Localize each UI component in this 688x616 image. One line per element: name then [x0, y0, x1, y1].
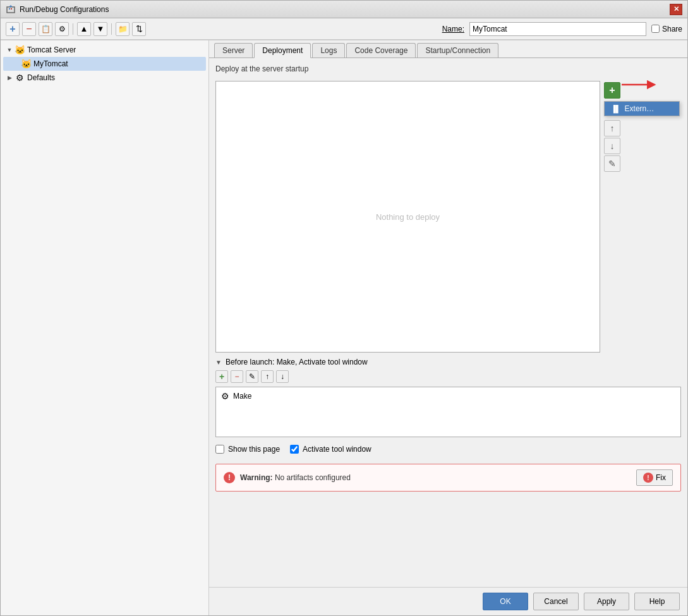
name-row: Name: Share: [442, 22, 682, 36]
warning-text: Warning: No artifacts configured: [240, 473, 631, 482]
before-launch-list: ⚙ Make: [215, 387, 681, 437]
run-debug-dialog: Run/Debug Configurations ✕ + − 📋 ⚙ ▲ ▼ 📁…: [0, 0, 688, 616]
deploy-empty-text: Nothing to deploy: [376, 212, 440, 222]
share-area: Share: [651, 25, 682, 33]
make-icon: ⚙: [221, 391, 229, 401]
deploy-list: Nothing to deploy: [215, 81, 600, 353]
dropdown-item-external[interactable]: ▐▌ Extern…: [605, 102, 679, 116]
tree-arrow-tomcat: ▼: [6, 46, 13, 54]
tree-label-tomcat-group: Tomcat Server: [27, 45, 76, 54]
left-panel: ▼ 🐱 Tomcat Server 🐱 MyTomcat ▶ ⚙ Default…: [1, 40, 209, 615]
main-toolbar: + − 📋 ⚙ ▲ ▼ 📁 ⇅ Name: Share: [1, 18, 687, 40]
external-label: Extern…: [625, 104, 655, 113]
tree-label-mytomcat: MyTomcat: [33, 59, 68, 68]
bl-add-button[interactable]: +: [215, 370, 228, 383]
bl-remove-button[interactable]: −: [231, 370, 243, 383]
right-panel: Server Deployment Logs Code Coverage Sta…: [209, 40, 687, 615]
svg-rect-0: [7, 7, 15, 13]
options-row: Show this page Activate tool window: [215, 442, 681, 456]
name-label: Name:: [442, 25, 464, 33]
toolbar-separator-1: [73, 23, 73, 35]
external-icon: ▐▌: [611, 105, 621, 112]
deploy-label: Deploy at the server startup: [215, 64, 681, 73]
move-down-button[interactable]: ▼: [94, 22, 107, 36]
tree-container: ▼ 🐱 Tomcat Server 🐱 MyTomcat ▶ ⚙ Default…: [1, 40, 208, 615]
tree-item-tomcat-group[interactable]: ▼ 🐱 Tomcat Server: [3, 43, 206, 57]
sort-button[interactable]: ⇅: [132, 22, 146, 36]
name-input[interactable]: [469, 22, 646, 36]
move-up-button[interactable]: ▲: [77, 22, 91, 36]
tree-label-defaults: Defaults: [27, 73, 55, 82]
deploy-edit-button[interactable]: ✎: [604, 155, 620, 172]
activate-window-checkbox[interactable]: [290, 445, 299, 454]
svg-marker-1: [9, 5, 13, 7]
deploy-add-button[interactable]: +: [604, 82, 620, 99]
activate-window-group: Activate tool window: [290, 445, 371, 454]
warning-message: No artifacts configured: [275, 473, 351, 482]
defaults-icon: ⚙: [15, 73, 25, 83]
bl-down-button[interactable]: ↓: [276, 370, 289, 383]
collapse-arrow[interactable]: ▼: [215, 359, 222, 366]
tab-server[interactable]: Server: [214, 43, 253, 57]
deploy-toolbar: + ▐▌ Extern… ↑ ↓ ✎: [603, 81, 681, 353]
tree-item-mytomcat[interactable]: 🐱 MyTomcat: [3, 57, 206, 71]
make-label: Make: [233, 392, 251, 401]
deploy-down-button[interactable]: ↓: [604, 138, 620, 154]
svg-rect-2: [9, 8, 10, 9]
fix-button[interactable]: ! Fix: [636, 469, 673, 486]
add-config-button[interactable]: +: [6, 22, 20, 36]
bl-up-button[interactable]: ↑: [261, 370, 274, 383]
close-button[interactable]: ✕: [670, 4, 682, 15]
tab-deployment[interactable]: Deployment: [254, 43, 311, 58]
help-button[interactable]: Help: [634, 593, 680, 610]
header-section: + − 📋 ⚙ ▲ ▼ 📁 ⇅ Name: Share: [1, 18, 687, 40]
deploy-up-button[interactable]: ↑: [604, 120, 620, 136]
warning-bar: ! Warning: No artifacts configured ! Fix: [215, 464, 681, 492]
before-launch-header: ▼ Before launch: Make, Activate tool win…: [215, 358, 681, 366]
toolbar-separator-2: [111, 23, 112, 35]
activate-window-label: Activate tool window: [303, 445, 371, 454]
before-launch-toolbar: + − ✎ ↑ ↓: [215, 369, 681, 384]
show-page-checkbox[interactable]: [215, 445, 224, 454]
cancel-button[interactable]: Cancel: [533, 593, 579, 610]
footer-buttons: OK Cancel Apply Help: [209, 587, 687, 615]
warning-icon: !: [224, 472, 235, 483]
dialog-title: Run/Debug Configurations: [20, 5, 670, 14]
title-bar: Run/Debug Configurations ✕: [1, 1, 687, 18]
arrow-indicator: [622, 78, 660, 91]
tree-item-defaults[interactable]: ▶ ⚙ Defaults: [3, 71, 206, 85]
show-page-label: Show this page: [228, 445, 280, 454]
tomcat-group-icon: 🐱: [15, 45, 25, 55]
tabs-bar: Server Deployment Logs Code Coverage Sta…: [209, 40, 687, 58]
fix-label: Fix: [656, 473, 666, 482]
main-content: ▼ 🐱 Tomcat Server 🐱 MyTomcat ▶ ⚙ Default…: [1, 40, 687, 615]
folder-button[interactable]: 📁: [116, 22, 130, 36]
share-label: Share: [662, 25, 682, 33]
ok-button[interactable]: OK: [483, 593, 528, 610]
deploy-dropdown: ▐▌ Extern…: [604, 101, 680, 116]
before-launch-label: Before launch: Make, Activate tool windo…: [226, 358, 368, 366]
bl-item-make: ⚙ Make: [219, 390, 678, 402]
mytomcat-icon: 🐱: [21, 59, 31, 69]
fix-icon: !: [643, 473, 653, 483]
apply-button[interactable]: Apply: [584, 593, 629, 610]
dialog-icon: [6, 4, 16, 15]
settings-config-button[interactable]: ⚙: [55, 22, 69, 36]
copy-config-button[interactable]: 📋: [39, 22, 52, 36]
deployment-tab-content: Deploy at the server startup Nothing to …: [209, 58, 687, 587]
bl-edit-button[interactable]: ✎: [246, 370, 258, 383]
deploy-section: Nothing to deploy: [215, 81, 681, 353]
tab-logs[interactable]: Logs: [312, 43, 345, 57]
share-checkbox[interactable]: [651, 25, 660, 33]
before-launch-section: ▼ Before launch: Make, Activate tool win…: [215, 358, 681, 437]
warning-bold: Warning:: [240, 473, 273, 482]
svg-rect-3: [11, 8, 12, 9]
tab-startup-connection[interactable]: Startup/Connection: [417, 43, 498, 57]
remove-config-button[interactable]: −: [22, 22, 36, 36]
tab-code-coverage[interactable]: Code Coverage: [346, 43, 416, 57]
show-page-group: Show this page: [215, 445, 280, 454]
tree-arrow-defaults: ▶: [6, 74, 13, 82]
